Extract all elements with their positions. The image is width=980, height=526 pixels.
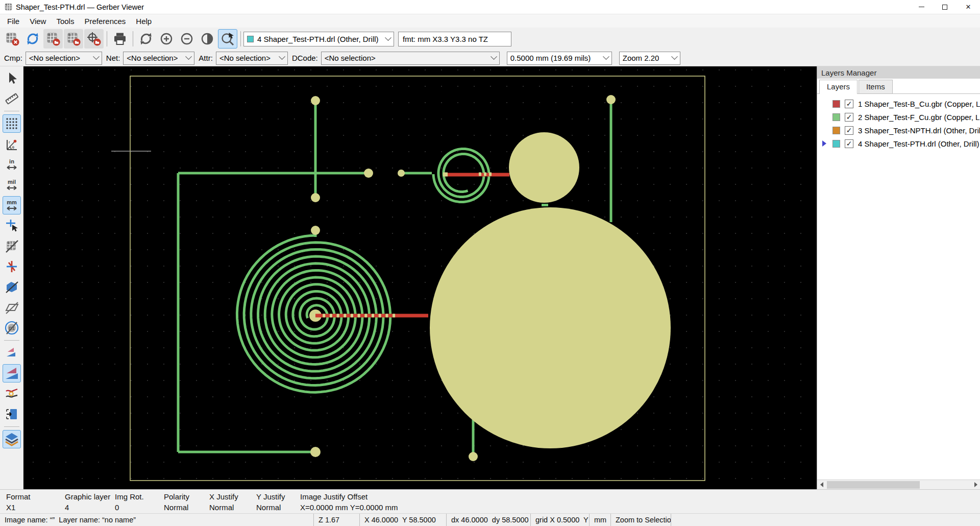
- units-inches-button[interactable]: in: [3, 155, 21, 174]
- units-mils-button[interactable]: mil: [3, 176, 21, 194]
- info-x-justify: X Justify Normal: [209, 491, 256, 513]
- format-info-box[interactable]: fmt: mm X3.3 Y3.3 no TZ: [398, 32, 511, 46]
- filter-toolbar: Cmp: <No selection> Net: <No selection> …: [0, 50, 980, 66]
- toolbar-separator: [240, 31, 241, 46]
- zoom-fit-button[interactable]: [198, 29, 217, 49]
- scroll-right-icon: [974, 482, 977, 487]
- menu-help[interactable]: Help: [131, 14, 157, 28]
- active-layer-value: 4 Shaper_Test-PTH.drl (Other, Drill): [257, 35, 379, 43]
- layer-row[interactable]: ✓ 3 Shaper_Test-NPTH.drl (Other, Drill): [817, 124, 980, 137]
- net-select[interactable]: <No selection>: [123, 52, 194, 65]
- grid-size-select[interactable]: 0.5000 mm (19.69 mils): [507, 52, 612, 65]
- net-value: <No selection>: [127, 54, 178, 62]
- show-negative-objects-icon: [5, 387, 19, 401]
- units-mm-button[interactable]: mm: [3, 196, 21, 214]
- highlight-tool-button[interactable]: [3, 257, 21, 276]
- measure-tool-button[interactable]: [3, 89, 21, 108]
- cursor-shape-button[interactable]: [3, 217, 21, 235]
- chevron-down-icon: [93, 53, 100, 60]
- refresh-view-button[interactable]: [136, 29, 156, 49]
- main-toolbar: 4 Shaper_Test-PTH.drl (Other, Drill) fmt…: [0, 28, 980, 50]
- layer-visibility-checkbox[interactable]: ✓: [845, 113, 853, 122]
- layer-row[interactable]: ✓ 2 Shaper_Test-F_Cu.gbr (Copper, L1): [817, 110, 980, 124]
- left-toolbar: r θ in mil mm: [0, 66, 23, 489]
- menu-tools[interactable]: Tools: [51, 14, 79, 28]
- zoom-out-button[interactable]: [177, 29, 197, 49]
- info-graphic-layer: Graphic layer 4: [65, 491, 115, 513]
- reload-all-layers-button[interactable]: [23, 29, 42, 49]
- window-title: Shaper_Test-PTH.drl — Gerber Viewer: [16, 3, 144, 11]
- sketch-flashed-items-button[interactable]: [3, 237, 21, 255]
- layers-manager-toggle-button[interactable]: [3, 430, 21, 448]
- zoom-level-select[interactable]: Zoom 2.20: [619, 52, 680, 65]
- dcode-label: DCode:: [292, 54, 318, 62]
- sketch-polygons-icon: [5, 280, 19, 294]
- layers-horizontal-scrollbar[interactable]: [817, 480, 980, 489]
- info-value: Normal: [209, 502, 256, 513]
- dcode-select[interactable]: <No selection>: [321, 52, 500, 65]
- active-layer-select[interactable]: 4 Shaper_Test-PTH.drl (Other, Drill): [243, 32, 394, 46]
- menu-preferences[interactable]: Preferences: [79, 14, 131, 28]
- show-dcodes-button[interactable]: D1: [3, 319, 21, 337]
- info-value: Normal: [164, 502, 209, 513]
- minimize-button[interactable]: [910, 0, 933, 14]
- info-img-rot: Img Rot. 0: [115, 491, 164, 513]
- zoom-in-icon: [159, 31, 174, 46]
- zoom-to-selection-icon: [220, 31, 235, 46]
- info-label: Format: [6, 491, 65, 502]
- layer-color-swatch[interactable]: [832, 113, 840, 121]
- menu-file[interactable]: File: [2, 14, 24, 28]
- net-label: Net:: [106, 54, 120, 62]
- print-icon: [112, 31, 128, 46]
- zoom-in-button[interactable]: [157, 29, 176, 49]
- component-select[interactable]: <No selection>: [26, 52, 102, 65]
- toolbar-separator: [4, 111, 19, 111]
- show-negative-objects-button[interactable]: [3, 385, 21, 403]
- open-gerber-file-button[interactable]: [43, 29, 63, 49]
- tab-items[interactable]: Items: [859, 80, 893, 93]
- zoom-to-selection-button[interactable]: [218, 29, 237, 49]
- print-button[interactable]: [110, 29, 130, 49]
- layers-manager-tabs: Layers Items: [817, 79, 980, 94]
- reload-icon: [25, 31, 40, 46]
- grid-toggle-button[interactable]: [3, 114, 21, 133]
- sketch-polygons-button[interactable]: [3, 278, 21, 296]
- status-spacer: [671, 514, 980, 526]
- menu-view[interactable]: View: [24, 14, 51, 28]
- tab-layers[interactable]: Layers: [819, 80, 857, 94]
- scroll-right-button[interactable]: [971, 481, 980, 489]
- scroll-left-button[interactable]: [817, 481, 826, 489]
- layer-row-current[interactable]: ✓ 4 Shaper_Test-PTH.drl (Other, Drill): [817, 137, 980, 150]
- open-drill-file-button[interactable]: [64, 29, 83, 49]
- maximize-button[interactable]: [933, 0, 957, 14]
- info-y-justify: Y Justify Normal: [256, 491, 300, 513]
- layer-color-swatch[interactable]: [832, 127, 840, 134]
- menu-bar: File View Tools Preferences Help: [0, 14, 980, 28]
- gerber-canvas[interactable]: [23, 66, 817, 489]
- status-units: mm: [590, 514, 611, 526]
- layer-color-swatch[interactable]: [832, 100, 840, 108]
- layer-row[interactable]: ✓ 1 Shaper_Test-B_Cu.gbr (Copper, L2): [817, 97, 980, 110]
- layer-visibility-checkbox[interactable]: ✓: [845, 100, 853, 108]
- close-icon: ✕: [966, 3, 971, 11]
- layer-visibility-checkbox[interactable]: ✓: [845, 139, 853, 148]
- sketch-lines-button[interactable]: [3, 298, 21, 317]
- select-tool-button[interactable]: [3, 69, 21, 87]
- layers-manager-title: Layers Manager: [817, 66, 980, 79]
- layer-visibility-checkbox[interactable]: ✓: [845, 126, 853, 135]
- open-job-file-button[interactable]: [84, 29, 104, 49]
- unit-mil-label: mil: [8, 179, 16, 185]
- attribute-select[interactable]: <No selection>: [216, 52, 288, 65]
- zoom-level-value: Zoom 2.20: [623, 54, 659, 62]
- sketch-flashed-items-icon: [5, 239, 19, 253]
- view-source-file-button[interactable]: [3, 405, 21, 423]
- polar-coords-button[interactable]: r θ: [3, 135, 21, 153]
- maximize-icon: [942, 5, 947, 10]
- close-button[interactable]: ✕: [957, 0, 980, 14]
- display-normal-mode-button[interactable]: [3, 344, 21, 362]
- clear-all-layers-button[interactable]: [3, 29, 22, 49]
- scrollbar-thumb[interactable]: [827, 481, 920, 489]
- display-diff-mode-button[interactable]: [3, 364, 21, 382]
- layer-color-swatch[interactable]: [832, 140, 840, 148]
- dcode-value: <No selection>: [325, 54, 376, 62]
